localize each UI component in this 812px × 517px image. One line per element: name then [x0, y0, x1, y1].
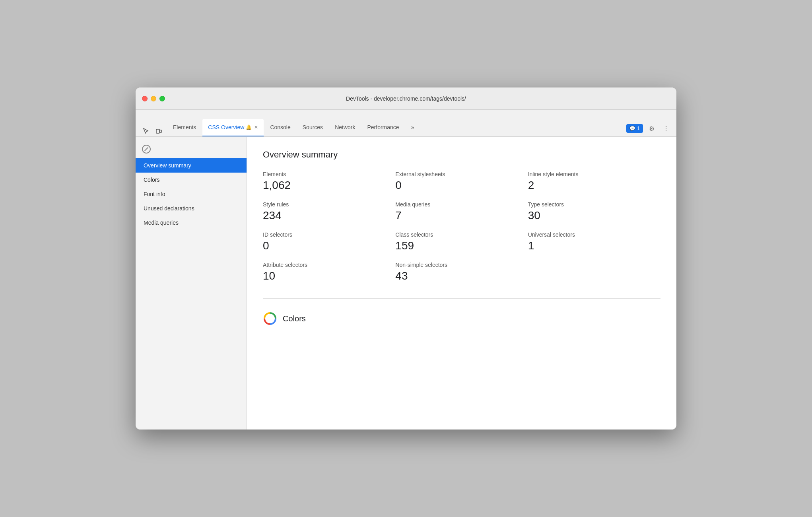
- stat-inline-style-value: 2: [528, 179, 660, 192]
- stat-media-queries: Media queries 7: [395, 201, 528, 222]
- block-icon: [142, 145, 151, 154]
- svg-rect-1: [160, 130, 161, 132]
- tab-sources[interactable]: Sources: [297, 119, 328, 136]
- stat-id-selectors: ID selectors 0: [263, 231, 395, 252]
- stat-external-stylesheets: External stylesheets 0: [395, 171, 528, 192]
- stats-grid: Elements 1,062 External stylesheets 0 In…: [263, 171, 660, 282]
- feedback-count: 1: [637, 126, 640, 131]
- tab-bar: Elements CSS Overview 🔔 ✕ Console Source…: [136, 110, 676, 137]
- stat-id-selectors-label: ID selectors: [263, 231, 395, 238]
- stat-inline-style-label: Inline style elements: [528, 171, 660, 177]
- traffic-lights: [142, 96, 165, 101]
- device-toggle-icon[interactable]: [153, 125, 164, 136]
- tab-performance[interactable]: Performance: [361, 119, 404, 136]
- tab-css-overview[interactable]: CSS Overview 🔔 ✕: [202, 119, 264, 136]
- stat-media-queries-value: 7: [395, 209, 528, 222]
- more-options-icon[interactable]: ⋮: [660, 123, 672, 134]
- tab-bar-right: 💬 1 ⚙ ⋮: [626, 123, 672, 136]
- window-title: DevTools - developer.chrome.com/tags/dev…: [346, 95, 466, 102]
- section-divider: [263, 298, 660, 299]
- feedback-icon: 💬: [629, 126, 635, 131]
- stat-universal-selectors-value: 1: [528, 239, 660, 252]
- stat-universal-selectors-label: Universal selectors: [528, 231, 660, 238]
- svg-rect-0: [156, 129, 159, 133]
- stat-non-simple-selectors-label: Non-simple selectors: [395, 262, 528, 268]
- stat-class-selectors-label: Class selectors: [395, 231, 528, 238]
- tab-close-icon[interactable]: ✕: [254, 124, 258, 130]
- content-area: Overview summary Elements 1,062 External…: [247, 137, 676, 430]
- sidebar-item-unused-declarations[interactable]: Unused declarations: [136, 201, 247, 216]
- stat-media-queries-label: Media queries: [395, 201, 528, 208]
- settings-icon[interactable]: ⚙: [646, 123, 657, 134]
- stat-style-rules-value: 234: [263, 209, 395, 222]
- stat-type-selectors-label: Type selectors: [528, 201, 660, 208]
- stat-id-selectors-value: 0: [263, 239, 395, 252]
- stat-elements-label: Elements: [263, 171, 395, 177]
- stat-type-selectors-value: 30: [528, 209, 660, 222]
- stat-external-stylesheets-value: 0: [395, 179, 528, 192]
- stat-class-selectors-value: 159: [395, 239, 528, 252]
- css-overview-capture-icon: 🔔: [246, 124, 252, 130]
- minimize-button[interactable]: [151, 96, 156, 101]
- stat-universal-selectors: Universal selectors 1: [528, 231, 660, 252]
- stat-class-selectors: Class selectors 159: [395, 231, 528, 252]
- tab-network[interactable]: Network: [329, 119, 361, 136]
- close-button[interactable]: [142, 96, 148, 101]
- maximize-button[interactable]: [159, 96, 165, 101]
- colors-section: Colors: [263, 308, 660, 329]
- stat-attribute-selectors-value: 10: [263, 270, 395, 282]
- page-title: Overview summary: [263, 150, 660, 160]
- stat-attribute-selectors-label: Attribute selectors: [263, 262, 395, 268]
- stat-attribute-selectors: Attribute selectors 10: [263, 262, 395, 282]
- colors-section-title: Colors: [283, 314, 306, 323]
- sidebar-item-media-queries[interactable]: Media queries: [136, 216, 247, 230]
- stat-inline-style: Inline style elements 2: [528, 171, 660, 192]
- content-inner: Overview summary Elements 1,062 External…: [247, 137, 676, 342]
- tab-elements[interactable]: Elements: [167, 119, 202, 136]
- tab-console[interactable]: Console: [264, 119, 296, 136]
- sidebar-item-font-info[interactable]: Font info: [136, 187, 247, 201]
- colors-ring-icon: [263, 311, 277, 326]
- sidebar-item-overview-summary[interactable]: Overview summary: [136, 158, 247, 173]
- title-bar: DevTools - developer.chrome.com/tags/dev…: [136, 87, 676, 110]
- stat-elements-value: 1,062: [263, 179, 395, 192]
- stat-external-stylesheets-label: External stylesheets: [395, 171, 528, 177]
- sidebar: Overview summary Colors Font info Unused…: [136, 137, 247, 430]
- svg-point-6: [266, 315, 274, 322]
- devtools-window: DevTools - developer.chrome.com/tags/dev…: [136, 87, 676, 430]
- stat-non-simple-selectors-value: 43: [395, 270, 528, 282]
- main-content: Overview summary Colors Font info Unused…: [136, 137, 676, 430]
- stat-elements: Elements 1,062: [263, 171, 395, 192]
- stat-type-selectors: Type selectors 30: [528, 201, 660, 222]
- stat-style-rules: Style rules 234: [263, 201, 395, 222]
- feedback-badge[interactable]: 💬 1: [626, 124, 643, 133]
- tab-overflow[interactable]: »: [406, 119, 420, 136]
- stat-style-rules-label: Style rules: [263, 201, 395, 208]
- stat-non-simple-selectors: Non-simple selectors 43: [395, 262, 528, 282]
- block-icon-container: [136, 142, 247, 157]
- sidebar-item-colors[interactable]: Colors: [136, 173, 247, 187]
- inspector-icon[interactable]: [140, 125, 152, 136]
